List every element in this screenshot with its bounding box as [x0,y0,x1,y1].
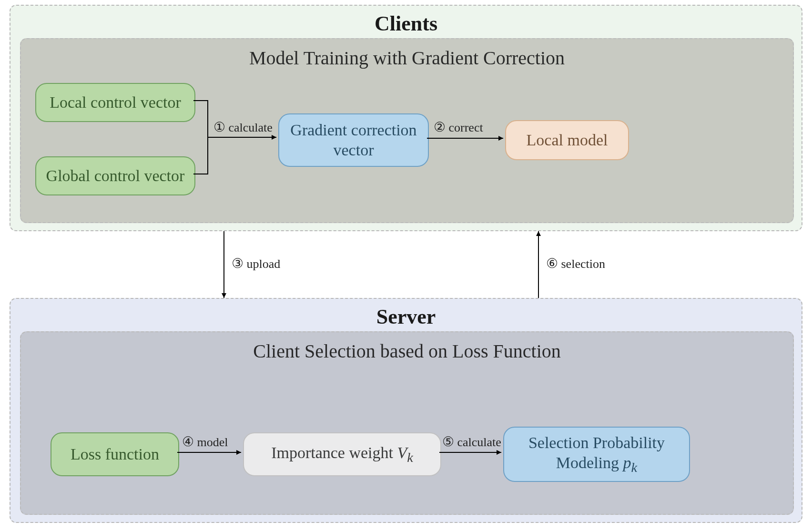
clients-section: Clients Model Training with Gradient Cor… [10,5,802,231]
node-global-control-vector: Global control vector [35,156,195,195]
server-panel: Client Selection based on Loss Function … [20,331,794,515]
node-selection-probability: Selection Probability Modeling pk [503,427,690,482]
edge-step5-num: ⑤ calculate [442,434,501,450]
clients-title: Clients [10,11,802,36]
edge-step6-num: ⑥ selection [546,256,605,271]
node-label: Global control vector [46,166,185,186]
edge-step3-num: ③ upload [232,256,280,271]
node-importance-weight: Importance weight Vk [243,432,441,476]
node-label: Loss function [71,444,159,465]
node-gradient-correction-vector: Gradient correction vector [278,113,429,167]
server-section: Server Client Selection based on Loss Fu… [10,298,802,523]
clients-panel-title: Model Training with Gradient Correction [21,47,793,69]
node-label: Gradient correction [290,121,416,139]
edge-step2-num: ② correct [434,119,483,135]
sub-k: k [631,460,638,475]
node-label: vector [334,141,374,159]
node-label: Local model [527,130,608,151]
server-title: Server [10,305,802,329]
node-local-control-vector: Local control vector [35,83,195,122]
edge-step1-num: ① calculate [213,119,273,135]
node-label: Modeling [556,454,623,471]
var-p: p [623,454,631,471]
node-local-model: Local model [505,120,629,160]
node-label: Selection Probability [528,434,665,451]
clients-panel: Model Training with Gradient Correction … [20,38,794,223]
node-label: Local control vector [50,92,181,113]
server-panel-title: Client Selection based on Loss Function [21,340,793,362]
var-v: V [397,444,407,461]
node-loss-function: Loss function [51,432,179,476]
sub-k: k [407,450,413,465]
node-label: Importance weight [271,444,397,461]
edge-step4-num: ④ model [182,434,228,450]
